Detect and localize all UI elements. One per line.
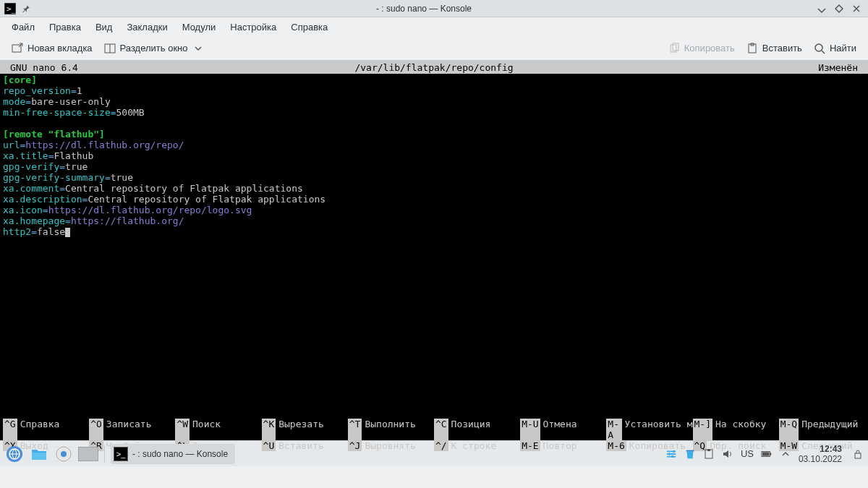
terminal-icon: >_ [114,447,128,461]
nano-shortcut: ^WПоиск [175,419,261,440]
new-tab-icon [12,43,23,54]
split-button[interactable]: Разделить окно [98,40,210,57]
nano-shortcuts: ^GСправка^OЗаписать^WПоиск^KВырезать^TВы… [0,419,868,440]
copy-icon [668,43,680,54]
new-tab-button[interactable]: Новая вкладка [6,40,98,57]
svg-rect-24 [762,452,770,455]
paste-button[interactable]: Вставить [741,40,808,57]
nano-shortcut: M-EПовтор [520,440,606,451]
svg-point-9 [815,44,822,51]
search-icon [814,43,825,54]
menu-bookmarks[interactable]: Закладки [119,17,174,36]
split-icon [104,43,116,54]
split-label: Разделить окно [120,43,188,53]
menu-file[interactable]: Файл [4,17,42,36]
menu-settings[interactable]: Настройка [223,17,284,36]
svg-rect-25 [855,453,861,458]
nano-shortcut: ^TВыполнить [348,419,434,440]
clock[interactable]: 12:43 03.10.2022 [799,444,845,464]
keyboard-layout[interactable]: US [741,448,754,459]
window-title: - : sudo nano — Konsole [32,4,816,14]
new-tab-label: Новая вкладка [27,43,93,53]
menu-help[interactable]: Справка [284,17,335,36]
terminal-icon: >_ [4,3,16,14]
chevron-down-icon [192,43,204,54]
svg-rect-21 [707,449,710,451]
svg-point-16 [673,450,676,453]
clock-date: 03.10.2022 [799,454,842,464]
terminal-viewport[interactable]: [core] repo_version=1 mode=bare-user-onl… [0,74,868,419]
minimize-button[interactable] [816,3,827,14]
svg-point-17 [668,453,671,455]
nano-filepath: /var/lib/flatpak/repo/config [0,62,868,73]
nano-shortcut: ^UВставить [262,440,348,451]
tray-expand-icon[interactable] [780,448,791,460]
nano-shortcut: M-UОтмена [520,419,606,440]
menu-plugins[interactable]: Модули [175,17,224,36]
volume-icon[interactable] [722,448,733,460]
clipboard-tray-icon[interactable] [703,448,715,460]
copy-button: Копировать [663,40,741,57]
nano-shortcut: ^JВыровнять [348,440,434,451]
taskbar-task-konsole[interactable]: >_ - : sudo nano — Konsole [111,444,235,464]
svg-rect-19 [686,450,694,451]
nano-shortcut: ^GСправка [3,419,89,440]
battery-icon[interactable] [761,448,773,460]
app-launcher[interactable] [4,444,25,464]
clock-time: 12:43 [799,444,842,454]
svg-point-15 [61,451,67,457]
window-titlebar: >_ - : sudo nano — Konsole [0,0,868,17]
nano-shortcut: ^CПозиция [434,419,520,440]
nano-shortcut: M-]На скобку [693,419,779,440]
nano-version: GNU nano 6.4 [10,62,78,73]
task-label: - : sudo nano — Konsole [132,449,228,459]
maximize-button[interactable] [833,3,845,14]
svg-rect-23 [770,453,771,455]
menu-edit[interactable]: Правка [42,17,88,36]
nano-shortcut: ^/К строке [434,440,520,451]
svg-rect-13 [32,453,46,460]
trash-icon[interactable] [684,448,696,460]
nano-shortcut: M-AУстановить м [606,419,692,440]
find-label: Найти [830,43,856,53]
svg-point-18 [671,455,674,458]
svg-text:>_: >_ [7,4,16,14]
file-manager-icon[interactable] [29,444,49,464]
find-button[interactable]: Найти [808,40,862,57]
toolbar: Новая вкладка Разделить окно Копировать … [0,36,868,61]
show-desktop[interactable] [78,444,98,464]
lock-icon[interactable] [852,448,864,460]
paste-label: Вставить [762,43,802,53]
menubar: Файл Правка Вид Закладки Модули Настройк… [0,17,868,36]
nano-shortcut: ^KВырезать [262,419,348,440]
svg-line-10 [822,51,825,53]
menu-view[interactable]: Вид [88,17,120,36]
nano-status: Изменён [818,62,858,73]
nano-editor-content[interactable]: [core] repo_version=1 mode=bare-user-onl… [0,74,868,237]
nano-shortcut: M-QПредыдущий [779,419,865,440]
paste-icon [746,43,758,54]
browser-icon[interactable] [54,444,74,464]
nano-header: GNU nano 6.4 /var/lib/flatpak/repo/confi… [0,61,868,74]
settings-tray-icon[interactable] [665,448,677,460]
close-button[interactable] [851,3,862,14]
copy-label: Копировать [684,43,735,53]
nano-shortcut: ^OЗаписать [89,419,175,440]
pin-icon[interactable] [20,3,32,14]
